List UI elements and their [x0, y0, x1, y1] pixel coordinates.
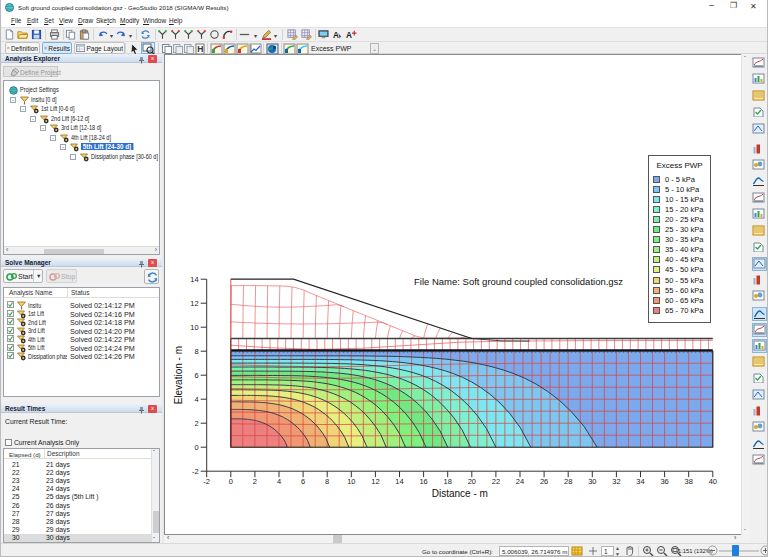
svg-text:8: 8 — [325, 477, 329, 486]
svg-text:36: 36 — [660, 477, 668, 486]
svg-text:-2: -2 — [192, 467, 199, 476]
svg-text:0: 0 — [229, 477, 233, 486]
svg-text:12: 12 — [371, 477, 379, 486]
svg-text:2: 2 — [195, 419, 199, 428]
svg-text:H: H — [197, 44, 203, 54]
svg-text:30: 30 — [588, 477, 596, 486]
svg-text:-2: -2 — [203, 477, 210, 486]
svg-text:40: 40 — [709, 477, 717, 486]
svg-text:28: 28 — [564, 477, 572, 486]
svg-text:10: 10 — [190, 323, 198, 332]
svg-text:38: 38 — [685, 477, 693, 486]
svg-text:Elevation - m: Elevation - m — [173, 346, 184, 404]
svg-text:Distance - m: Distance - m — [432, 488, 488, 499]
svg-text:4: 4 — [277, 477, 281, 486]
svg-text:24: 24 — [516, 477, 524, 486]
svg-text:26: 26 — [540, 477, 548, 486]
svg-text:34: 34 — [636, 477, 644, 486]
svg-text:10: 10 — [347, 477, 355, 486]
svg-text:18: 18 — [444, 477, 452, 486]
svg-text:32: 32 — [612, 477, 620, 486]
svg-text:6: 6 — [301, 477, 305, 486]
svg-text:12: 12 — [190, 299, 198, 308]
svg-text:8: 8 — [195, 347, 199, 356]
svg-text:14: 14 — [395, 477, 403, 486]
svg-text:A: A — [346, 31, 352, 40]
svg-text:22: 22 — [492, 477, 500, 486]
svg-text:4: 4 — [195, 395, 199, 404]
svg-text:6: 6 — [195, 371, 199, 380]
svg-text:20: 20 — [468, 477, 476, 486]
svg-text:A: A — [333, 31, 339, 40]
svg-text:14: 14 — [190, 275, 198, 284]
svg-text:2: 2 — [253, 477, 257, 486]
svg-text:0: 0 — [195, 443, 199, 452]
svg-text:16: 16 — [419, 477, 427, 486]
